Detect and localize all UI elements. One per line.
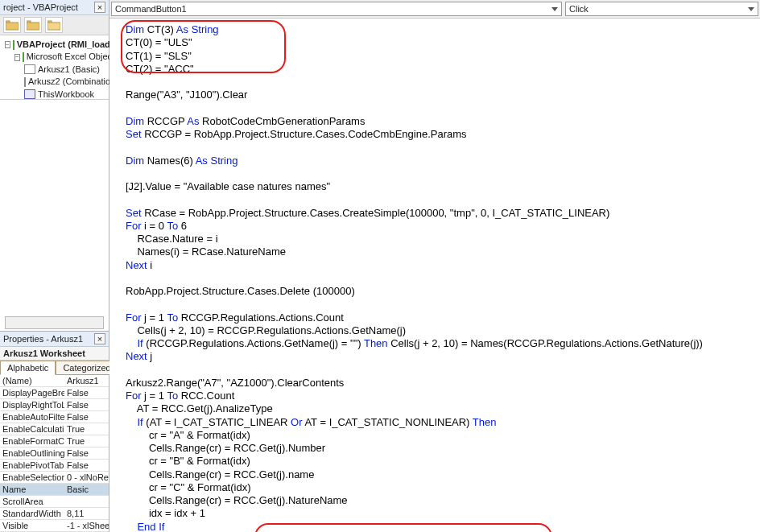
code-line[interactable] (126, 102, 744, 115)
code-line[interactable]: Cells.Range(cr) = RCC.Get(j).name (126, 468, 744, 481)
tree-workbook-label: ThisWorkbook (38, 89, 94, 101)
property-row[interactable]: EnableCalculationTrue (0, 423, 109, 435)
tree-group-label: Microsoft Excel Objects (27, 51, 119, 63)
code-line[interactable] (126, 272, 744, 285)
property-row[interactable]: EnableAutoFilterFalse (0, 411, 109, 423)
property-value[interactable]: 8,11 (64, 508, 109, 519)
tree-group[interactable]: −Microsoft Excel Objects (2, 51, 107, 63)
toolbar-btn-3[interactable] (45, 17, 63, 33)
property-value[interactable]: Arkusz1 (64, 375, 109, 386)
code-line[interactable]: cr = "C" & Format(idx) (126, 481, 744, 494)
code-line[interactable]: RobApp.Project.Structure.Cases.Delete (1… (126, 285, 744, 298)
property-value[interactable]: False (64, 387, 109, 398)
property-row[interactable]: DisplayRightToLeFalse (0, 399, 109, 411)
code-line[interactable]: RCase.Nature = i (126, 233, 744, 245)
code-line[interactable] (126, 141, 744, 154)
code-line[interactable]: For i = 0 To 6 (126, 220, 744, 233)
code-line[interactable]: cr = "A" & Format(idx) (126, 429, 744, 442)
tree-workbook[interactable]: ThisWorkbook (2, 89, 107, 101)
props-panel-close[interactable]: × (94, 333, 105, 344)
property-value[interactable] (64, 496, 109, 507)
chevron-down-icon (551, 7, 558, 11)
tree-sheet-1[interactable]: Arkusz1 (Basic) (2, 64, 107, 76)
property-grid[interactable]: (Name)Arkusz1DisplayPageBreakFalseDispla… (0, 375, 109, 532)
property-value[interactable]: True (64, 423, 109, 435)
property-row[interactable]: StandardWidth8,11 (0, 508, 109, 520)
scroll-thumb[interactable] (26, 319, 40, 328)
code-line[interactable]: Dim CT(3) As String (126, 23, 744, 36)
property-key: EnableCalculation (0, 423, 64, 435)
code-line[interactable]: End If (126, 521, 744, 533)
code-line[interactable]: CT(0) = "ULS" (126, 36, 744, 49)
code-line[interactable]: For j = 1 To RCCGP.Regulations.Actions.C… (126, 311, 744, 324)
property-key: EnablePivotTable (0, 460, 64, 471)
code-line[interactable]: Set RCase = RobApp.Project.Structure.Cas… (126, 207, 744, 220)
svg-rect-5 (48, 23, 60, 30)
project-icon (13, 40, 14, 50)
toolbar-btn-1[interactable] (3, 17, 21, 33)
property-row[interactable]: Visible-1 - xlSheetVisi (0, 520, 109, 532)
code-line[interactable] (126, 364, 744, 377)
chevron-down-icon (748, 7, 754, 11)
code-line[interactable]: If (AT = I_CAT_STATIC_LINEAR Or AT = I_C… (126, 416, 744, 429)
property-value[interactable]: False (64, 447, 109, 459)
code-line[interactable]: Set RCCGP = RobApp.Project.Structure.Cas… (126, 128, 744, 141)
code-line[interactable]: Dim RCCGP As RobotCodeCmbGenerationParam… (126, 115, 744, 128)
code-line[interactable]: CT(1) = "SLS" (126, 50, 744, 63)
code-line[interactable]: Cells.Range(cr) = RCC.Get(j).NatureName (126, 494, 744, 507)
project-panel-close[interactable]: × (94, 2, 105, 13)
code-line[interactable]: Next j (126, 350, 744, 363)
code-line[interactable]: [J2].Value = "Available case natures nam… (126, 180, 744, 193)
property-value[interactable]: True (64, 435, 109, 447)
property-row[interactable]: ScrollArea (0, 496, 109, 508)
code-line[interactable]: CT(2) = "ACC" (126, 63, 744, 76)
procedure-dropdown[interactable]: Click (565, 2, 758, 16)
code-line[interactable]: Next i (126, 259, 744, 272)
property-value[interactable]: False (64, 399, 109, 410)
code-line[interactable]: For j = 1 To RCC.Count (126, 390, 744, 402)
code-line[interactable]: idx = idx + 1 (126, 507, 744, 520)
tree-sheet-2[interactable]: Arkusz2 (Combinatio (2, 76, 107, 88)
svg-rect-3 (27, 23, 39, 30)
property-row[interactable]: EnableOutliningFalse (0, 447, 109, 460)
props-panel-title: Properties - Arkusz1 × (0, 332, 109, 347)
code-line[interactable] (126, 298, 744, 311)
toolbar-btn-2[interactable] (24, 17, 42, 33)
code-line[interactable]: If (RCCGP.Regulations.Actions.GetName(j)… (126, 337, 744, 350)
property-value[interactable]: Basic (64, 484, 109, 495)
code-line[interactable]: Arkusz2.Range("A7", "AZ1000").ClearConte… (126, 377, 744, 390)
property-row[interactable]: DisplayPageBreakFalse (0, 387, 109, 399)
code-line[interactable]: Cells(j + 2, 10) = RCCGP.Regulations.Act… (126, 324, 744, 337)
code-line[interactable]: AT = RCC.Get(j).AnalizeType (126, 402, 744, 415)
property-row[interactable]: (Name)Arkusz1 (0, 375, 109, 387)
code-line[interactable]: Cells.Range(cr) = RCC.Get(j).Number (126, 442, 744, 455)
project-panel-title-text: roject - VBAProject (3, 2, 78, 12)
property-row[interactable]: EnableFormatConTrue (0, 435, 109, 447)
property-key: ScrollArea (0, 496, 64, 507)
tree-root[interactable]: −VBAProject (RMI_loadco (2, 39, 107, 51)
properties-panel: Properties - Arkusz1 × Arkusz1 Worksheet… (0, 331, 109, 532)
property-row[interactable]: EnableSelection0 - xlNoRestricti (0, 472, 109, 484)
code-line[interactable] (126, 167, 744, 180)
code-line[interactable] (126, 193, 744, 206)
tree-scroll-area[interactable] (0, 100, 109, 331)
props-object-selector[interactable]: Arkusz1 Worksheet (0, 347, 109, 361)
procedure-dropdown-value: Click (569, 4, 589, 14)
project-tree[interactable]: −VBAProject (RMI_loadco −Microsoft Excel… (0, 35, 109, 100)
property-row[interactable]: NameBasic (0, 484, 109, 496)
property-value[interactable]: False (64, 460, 109, 471)
property-value[interactable]: -1 - xlSheetVisi (64, 520, 109, 531)
property-value[interactable]: 0 - xlNoRestricti (64, 472, 109, 483)
property-row[interactable]: EnablePivotTableFalse (0, 460, 109, 472)
property-value[interactable]: False (64, 411, 109, 423)
code-line[interactable] (126, 76, 744, 89)
tab-alphabetic[interactable]: Alphabetic (0, 361, 56, 375)
property-key: EnableAutoFilter (0, 411, 64, 423)
code-line[interactable]: Dim Names(6) As String (126, 155, 744, 167)
tree-root-label: VBAProject (RMI_loadco (17, 39, 121, 51)
code-line[interactable]: Range("A3", "J100").Clear (126, 89, 744, 101)
code-line[interactable]: Names(i) = RCase.NatureName (126, 245, 744, 258)
code-line[interactable]: cr = "B" & Format(idx) (126, 455, 744, 468)
object-dropdown[interactable]: CommandButton1 (111, 2, 562, 16)
code-editor[interactable]: Dim CT(3) As StringCT(0) = "ULS"CT(1) = … (109, 19, 760, 532)
